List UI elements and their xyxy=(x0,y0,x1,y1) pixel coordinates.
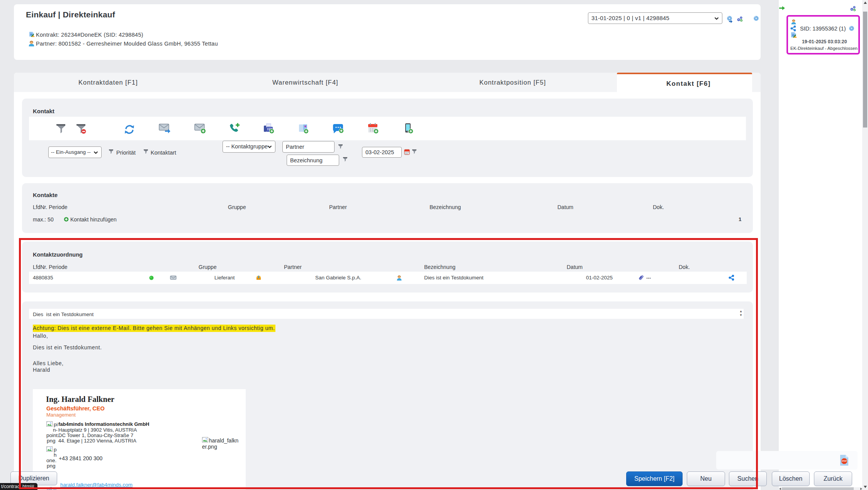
svg-text:STOP: STOP xyxy=(842,460,846,462)
